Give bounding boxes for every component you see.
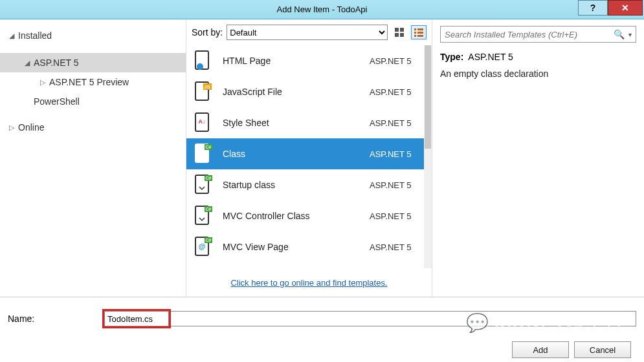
svg-text:JS: JS (204, 84, 210, 90)
chevron-down-icon: ◢ (9, 32, 18, 40)
template-label: Class (223, 149, 361, 159)
template-category: ASP.NET 5 (370, 211, 425, 221)
template-category: ASP.NET 5 (370, 180, 425, 190)
template-category: ASP.NET 5 (370, 56, 425, 66)
tree-powershell[interactable]: PowerShell (0, 92, 186, 111)
search-icon[interactable]: 🔍 (611, 29, 627, 39)
template-label: Startup class (223, 180, 361, 190)
svg-rect-9 (417, 35, 423, 37)
template-file-icon: C# (192, 174, 214, 196)
svg-point-11 (197, 63, 203, 70)
template-file-icon (192, 50, 214, 72)
template-item[interactable]: HTML PageASP.NET 5 (186, 45, 430, 76)
tree-label: Installed (18, 30, 52, 41)
template-item[interactable]: C#MVC Controller ClassASP.NET 5 (186, 200, 430, 231)
scrollbar[interactable] (424, 45, 432, 268)
help-button[interactable]: ? (578, 0, 608, 16)
svg-text:A↓: A↓ (199, 118, 206, 125)
tree-aspnet5[interactable]: ◢ ASP.NET 5 (0, 53, 186, 72)
name-input[interactable] (104, 311, 169, 326)
template-list[interactable]: HTML PageASP.NET 5JSJavaScript FileASP.N… (186, 45, 432, 272)
bottom-panel: Name: Add Cancel (0, 297, 644, 362)
online-templates-link[interactable]: Click here to go online and find templat… (230, 278, 387, 288)
view-list-icon[interactable] (411, 25, 427, 39)
template-file-icon: @C# (192, 236, 214, 258)
svg-text:C#: C# (206, 176, 212, 180)
tree-aspnet5-preview[interactable]: ▷ ASP.NET 5 Preview (0, 72, 186, 92)
template-item[interactable]: C#ClassASP.NET 5 (186, 138, 430, 169)
tree-label: PowerShell (34, 96, 80, 107)
search-input[interactable] (443, 29, 611, 40)
template-category: ASP.NET 5 (370, 118, 425, 128)
template-label: MVC Controller Class (223, 211, 361, 221)
template-description: An empty class declaration (440, 69, 636, 79)
svg-rect-5 (417, 28, 423, 30)
svg-text:C#: C# (206, 207, 212, 211)
template-type: Type: ASP.NET 5 (440, 52, 636, 62)
svg-rect-8 (414, 35, 416, 37)
chevron-down-icon: ◢ (25, 59, 34, 67)
chevron-right-icon: ▷ (40, 78, 49, 87)
sort-label: Sort by: (192, 27, 223, 37)
template-category: ASP.NET 5 (370, 242, 425, 252)
name-label: Name: (8, 314, 96, 324)
details-panel: 🔍 ▾ Type: ASP.NET 5 An empty class decla… (432, 19, 644, 297)
chevron-right-icon: ▷ (9, 123, 18, 132)
template-file-icon: A↓ (192, 112, 214, 134)
svg-rect-4 (414, 28, 416, 30)
svg-rect-7 (417, 32, 423, 34)
sort-select[interactable]: Default (227, 25, 388, 40)
svg-rect-6 (414, 32, 416, 34)
scrollbar-thumb[interactable] (425, 45, 431, 149)
search-dropdown-icon[interactable]: ▾ (627, 31, 633, 38)
template-file-icon: C# (192, 143, 214, 165)
highlight-box (102, 309, 171, 328)
close-button[interactable]: ✕ (608, 0, 643, 16)
template-label: HTML Page (223, 56, 361, 66)
template-item[interactable]: @C#MVC View PageASP.NET 5 (186, 231, 430, 262)
template-file-icon: JS (192, 81, 214, 103)
template-tree: ◢ Installed ◢ ASP.NET 5 ▷ ASP.NET 5 Prev… (0, 19, 186, 297)
cancel-button[interactable]: Cancel (574, 341, 631, 358)
view-medium-icon[interactable] (392, 25, 407, 39)
template-label: MVC View Page (223, 242, 361, 252)
template-item[interactable]: C#Startup classASP.NET 5 (186, 169, 430, 200)
template-label: JavaScript File (223, 87, 361, 97)
svg-rect-3 (400, 33, 404, 37)
template-file-icon: C# (192, 205, 214, 227)
tree-online[interactable]: ▷ Online (0, 118, 186, 137)
svg-text:@: @ (199, 242, 206, 250)
name-input-ext[interactable] (171, 311, 636, 326)
title-bar: Add New Item - TodoApi ? ✕ (0, 0, 644, 19)
search-box[interactable]: 🔍 ▾ (440, 26, 636, 43)
tree-label: ASP.NET 5 (34, 58, 79, 68)
template-list-panel: Sort by: Default HTML PageASP.NET 5JSJav… (186, 19, 432, 297)
svg-text:C#: C# (206, 238, 212, 242)
tree-installed[interactable]: ◢ Installed (0, 26, 186, 45)
template-label: Style Sheet (223, 118, 361, 128)
add-button[interactable]: Add (512, 341, 569, 358)
tree-label: ASP.NET 5 Preview (49, 77, 129, 87)
template-item[interactable]: A↓Style SheetASP.NET 5 (186, 107, 430, 138)
template-category: ASP.NET 5 (370, 149, 425, 159)
tree-label: Online (18, 122, 44, 133)
svg-text:C#: C# (206, 145, 212, 149)
window-title: Add New Item - TodoApi (0, 5, 644, 14)
template-category: ASP.NET 5 (370, 87, 425, 97)
svg-rect-0 (395, 28, 399, 32)
svg-rect-1 (400, 28, 404, 32)
template-item[interactable]: JSJavaScript FileASP.NET 5 (186, 76, 430, 107)
svg-rect-2 (395, 33, 399, 37)
